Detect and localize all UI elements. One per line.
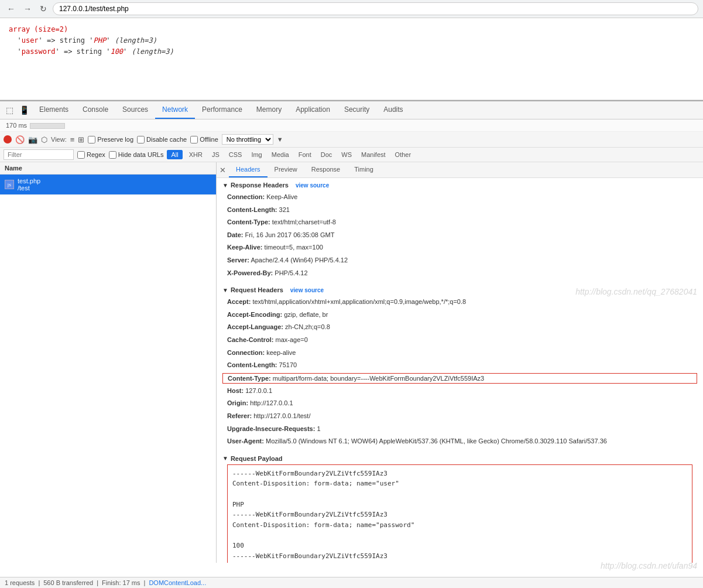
- req-header-origin: Origin: http://127.0.0.1: [222, 397, 697, 410]
- resp-header-date: Date: Fri, 16 Jun 2017 06:35:08 GMT: [222, 229, 697, 242]
- response-headers-section: ▼ Response Headers view source Connectio…: [217, 178, 703, 283]
- filter-img[interactable]: Img: [248, 151, 265, 159]
- request-icon: js: [5, 180, 14, 189]
- filter-row: Regex Hide data URLs All XHR JS CSS Img …: [0, 148, 703, 162]
- filter-ws[interactable]: WS: [338, 151, 355, 159]
- req-header-accept-encoding: Accept-Encoding: gzip, deflate, br: [222, 309, 697, 322]
- request-item-testphp[interactable]: js test.php /test: [0, 175, 216, 195]
- req-header-content-length: Content-Length: 75170: [222, 359, 697, 372]
- response-view-source[interactable]: view source: [296, 182, 329, 189]
- request-list-header: Name: [0, 162, 216, 175]
- request-list: Name js test.php /test: [0, 162, 217, 563]
- filter-button[interactable]: ⬡: [41, 135, 47, 144]
- resp-header-connection: Connection: Keep-Alive: [222, 191, 697, 204]
- resp-header-server: Server: Apache/2.4.4 (Win64) PHP/5.4.12: [222, 254, 697, 267]
- resp-header-keep-alive: Keep-Alive: timeout=5, max=100: [222, 241, 697, 254]
- tab-network[interactable]: Network: [155, 101, 195, 119]
- main-area: Name js test.php /test ✕ Headers Preview…: [0, 162, 703, 563]
- resp-header-content-type: Content-Type: text/html;charset=utf-8: [222, 216, 697, 229]
- disable-cache-label[interactable]: Disable cache: [137, 136, 187, 143]
- close-detail-button[interactable]: ✕: [220, 166, 226, 175]
- tab-audits[interactable]: Audits: [376, 101, 410, 119]
- refresh-button[interactable]: ↻: [37, 3, 49, 15]
- hide-data-urls-label[interactable]: Hide data URLs: [109, 151, 164, 159]
- grid-view-button[interactable]: ⊞: [78, 135, 84, 144]
- offline-checkbox[interactable]: [190, 136, 198, 143]
- offline-label[interactable]: Offline: [190, 136, 218, 143]
- regex-checkbox[interactable]: [77, 151, 85, 159]
- req-header-user-agent: User-Agent: Mozilla/5.0 (Windows NT 6.1;…: [222, 435, 697, 448]
- timeline-label: 170 ms: [6, 122, 27, 129]
- device-icon[interactable]: 📱: [16, 102, 32, 118]
- response-headers-title[interactable]: ▼ Response Headers view source: [222, 182, 697, 189]
- record-button[interactable]: [4, 135, 12, 143]
- filter-font[interactable]: Font: [296, 151, 314, 159]
- req-header-cache-control: Cache-Control: max-age=0: [222, 334, 697, 347]
- throttling-select[interactable]: No throttling: [222, 134, 273, 145]
- detail-tab-headers[interactable]: Headers: [229, 162, 268, 177]
- req-header-connection: Connection: keep-alive: [222, 347, 697, 360]
- timeline-bar: 170 ms: [0, 119, 703, 132]
- inspect-icon[interactable]: ⬚: [3, 102, 16, 118]
- regex-label[interactable]: Regex: [77, 151, 105, 159]
- browser-bar: ← → ↻: [0, 0, 703, 18]
- page-content: array (size=2) 'user' => string 'PHP' (l…: [0, 18, 703, 100]
- hide-data-urls-checkbox[interactable]: [109, 151, 116, 159]
- detail-tab-timing[interactable]: Timing: [347, 162, 380, 177]
- req-header-content-type-highlight: Content-Type: multipart/form-data; bound…: [222, 373, 697, 384]
- address-bar[interactable]: [53, 2, 698, 15]
- payload-content: ------WebKitFormBoundary2VLZiVtfc559IAz3…: [227, 464, 692, 563]
- filter-other[interactable]: Other: [392, 151, 414, 159]
- output-line2: 'user' => string 'PHP' (length=3): [9, 36, 157, 45]
- payload-title[interactable]: ▼ Request Payload: [222, 455, 697, 462]
- request-view-source[interactable]: view source: [290, 287, 324, 293]
- tab-console[interactable]: Console: [76, 101, 115, 119]
- detail-tab-response[interactable]: Response: [304, 162, 348, 177]
- filter-input[interactable]: [4, 149, 74, 160]
- filter-doc[interactable]: Doc: [318, 151, 335, 159]
- stop-button[interactable]: 🚫: [15, 135, 25, 144]
- payload-arrow-icon: ▼: [222, 455, 228, 461]
- screenshot-button[interactable]: 📷: [28, 135, 37, 144]
- back-button[interactable]: ←: [5, 3, 18, 15]
- output-line1: array (size=2): [9, 25, 68, 33]
- request-headers-title[interactable]: ▼ Request Headers view source: [222, 286, 697, 293]
- tab-sources[interactable]: Sources: [115, 101, 155, 119]
- tab-application[interactable]: Application: [289, 101, 337, 119]
- filter-xhr[interactable]: XHR: [186, 151, 205, 159]
- filter-manifest[interactable]: Manifest: [358, 151, 389, 159]
- filter-media[interactable]: Media: [269, 151, 292, 159]
- devtools: ⬚ 📱 Elements Console Sources Network Per…: [0, 100, 703, 563]
- resp-header-content-length: Content-Length: 321: [222, 204, 697, 217]
- tab-security[interactable]: Security: [337, 101, 376, 119]
- tab-performance[interactable]: Performance: [195, 101, 249, 119]
- filter-css[interactable]: CSS: [226, 151, 245, 159]
- throttle-arrow-icon: ▼: [277, 136, 283, 143]
- filter-js[interactable]: JS: [209, 151, 222, 159]
- request-payload-section: ▼ Request Payload ------WebKitFormBounda…: [217, 452, 703, 563]
- tab-elements[interactable]: Elements: [32, 101, 76, 119]
- req-header-host: Host: 127.0.0.1: [222, 385, 697, 398]
- request-arrow-icon: ▼: [222, 287, 228, 293]
- preserve-log-checkbox[interactable]: [88, 136, 95, 143]
- timeline-track: [30, 123, 65, 129]
- req-header-upgrade-insecure: Upgrade-Insecure-Requests: 1: [222, 423, 697, 436]
- list-view-button[interactable]: ≡: [70, 135, 75, 144]
- name-column-header: Name: [5, 165, 22, 172]
- disable-cache-checkbox[interactable]: [137, 136, 145, 143]
- output-line3: 'password' => string '100' (length=3): [9, 47, 174, 56]
- resp-header-x-powered-by: X-Powered-By: PHP/5.4.12: [222, 267, 697, 280]
- forward-button[interactable]: →: [21, 3, 34, 15]
- req-header-referer: Referer: http://127.0.0.1/test/: [222, 410, 697, 423]
- detail-panel: ✕ Headers Preview Response Timing ▼ Resp…: [217, 162, 703, 563]
- req-header-accept: Accept: text/html,application/xhtml+xml,…: [222, 296, 697, 309]
- network-toolbar: 🚫 📷 ⬡ View: ≡ ⊞ Preserve log Disable cac…: [0, 132, 703, 148]
- view-label: View:: [51, 136, 67, 143]
- detail-tabs: ✕ Headers Preview Response Timing: [217, 162, 703, 178]
- tab-memory[interactable]: Memory: [249, 101, 289, 119]
- filter-all[interactable]: All: [167, 150, 182, 159]
- request-headers-section: ▼ Request Headers view source Accept: te…: [217, 283, 703, 452]
- request-name: test.php /test: [18, 177, 40, 192]
- preserve-log-label[interactable]: Preserve log: [88, 136, 133, 143]
- detail-tab-preview[interactable]: Preview: [268, 162, 304, 177]
